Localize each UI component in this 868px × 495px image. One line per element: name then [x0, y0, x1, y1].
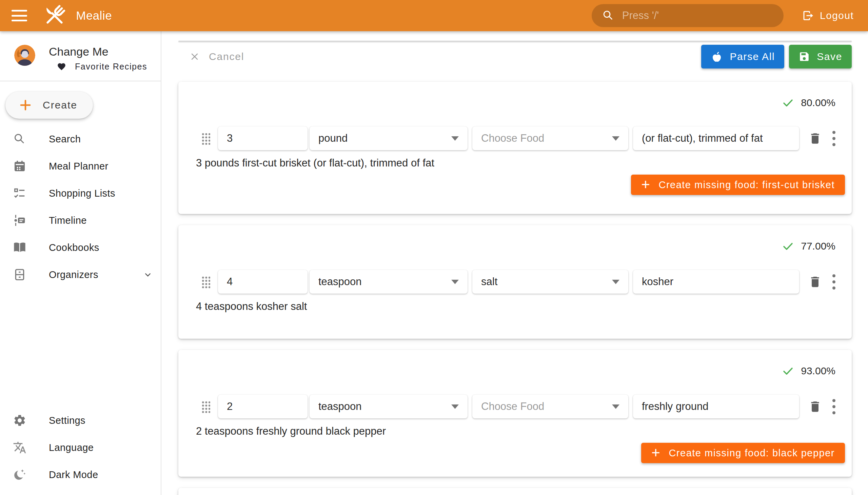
ingredient-fields-row: [197, 395, 837, 419]
original-ingredient-text: 3 pounds first-cut brisket (or flat-cut)…: [196, 157, 434, 169]
main-content: Cancel Parse All Save 80.00%: [161, 31, 868, 495]
original-ingredient-text: 4 teaspoons kosher salt: [196, 301, 307, 312]
sidebar-item-organizers[interactable]: Organizers: [0, 261, 161, 288]
book-icon: [13, 241, 27, 254]
quantity-input[interactable]: [218, 126, 308, 150]
delete-icon[interactable]: [808, 275, 822, 289]
search-placeholder: Press '/': [622, 10, 659, 22]
apple-icon: [711, 51, 723, 63]
sidebar-item-dark-mode[interactable]: Dark Mode: [0, 461, 161, 488]
caret-down-icon: [612, 280, 619, 284]
food-select[interactable]: [472, 395, 628, 419]
sidebar-item-shopping-lists[interactable]: Shopping Lists: [0, 180, 161, 207]
food-select[interactable]: [472, 270, 628, 294]
calendar-icon: [13, 159, 27, 173]
ingredient-card: 93.00% 2 teaspoons freshly ground black …: [178, 350, 852, 477]
save-button[interactable]: Save: [789, 45, 852, 68]
user-block: Change Me Favorite Recipes: [0, 31, 161, 66]
app-title: Mealie: [76, 9, 112, 22]
sidebar-item-label: Timeline: [49, 215, 87, 226]
sidebar-item-label: Dark Mode: [49, 469, 98, 480]
cancel-label: Cancel: [209, 51, 244, 62]
ingredient-card: 80.00% 3 pounds first-cut brisket (or fl…: [178, 82, 852, 214]
more-options-icon[interactable]: [832, 399, 836, 414]
close-icon: [189, 51, 200, 62]
parser-toolbar: Cancel Parse All Save: [178, 45, 852, 69]
sidebar-item-cookbooks[interactable]: Cookbooks: [0, 234, 161, 261]
quantity-input[interactable]: [218, 395, 308, 419]
original-ingredient-text: 2 teaspoons freshly ground black pepper: [196, 425, 386, 437]
ingredient-fields-row: [197, 270, 837, 294]
sidebar-divider: [0, 81, 161, 81]
logout-label: Logout: [820, 10, 854, 21]
moon-icon: [13, 468, 27, 481]
logout-button[interactable]: Logout: [798, 4, 858, 28]
drag-handle-icon[interactable]: [201, 276, 210, 288]
sidebar-item-language[interactable]: Language: [0, 434, 161, 461]
cancel-button[interactable]: Cancel: [187, 51, 246, 63]
note-input[interactable]: [633, 126, 799, 150]
caret-down-icon: [612, 405, 619, 409]
create-button[interactable]: Create: [5, 91, 93, 119]
delete-icon[interactable]: [808, 399, 822, 414]
plus-icon: [18, 98, 33, 112]
parse-all-button[interactable]: Parse All: [701, 45, 784, 68]
search-icon: [602, 9, 615, 22]
confidence-value: 77.00%: [801, 240, 835, 252]
confidence-value: 80.00%: [801, 97, 835, 108]
drag-handle-icon[interactable]: [201, 400, 210, 413]
food-select[interactable]: [472, 126, 628, 150]
quantity-input[interactable]: [218, 270, 308, 294]
cabinet-icon: [13, 268, 27, 281]
menu-icon[interactable]: [12, 10, 27, 21]
note-input[interactable]: [633, 395, 799, 419]
create-missing-food-button[interactable]: + Create missing food: first-cut brisket: [631, 175, 845, 195]
parse-all-label: Parse All: [730, 51, 775, 62]
timeline-icon: [13, 214, 27, 227]
avatar[interactable]: [14, 45, 35, 66]
sidebar: Change Me Favorite Recipes Create Search: [0, 31, 161, 495]
sidebar-item-meal-planner[interactable]: Meal Planner: [0, 153, 161, 180]
unit-select[interactable]: [310, 126, 467, 150]
translate-icon: [13, 441, 27, 454]
chevron-down-icon[interactable]: [142, 269, 153, 280]
search-icon: [13, 132, 27, 146]
content-top-divider: [178, 41, 852, 42]
sidebar-item-settings[interactable]: Settings: [0, 407, 161, 434]
drag-handle-icon[interactable]: [201, 132, 210, 145]
sidebar-item-search[interactable]: Search: [0, 125, 161, 153]
create-missing-food-button[interactable]: + Create missing food: black pepper: [641, 443, 845, 463]
unit-select[interactable]: [310, 395, 467, 419]
confidence-value: 93.00%: [801, 365, 835, 377]
create-missing-food-label: Create missing food: black pepper: [669, 447, 835, 459]
sidebar-item-label: Organizers: [49, 269, 98, 280]
mealie-logo-icon: [41, 2, 68, 29]
search-input[interactable]: Press '/': [592, 4, 784, 27]
heart-icon: [57, 62, 66, 71]
favorite-recipes-link[interactable]: Favorite Recipes: [57, 62, 147, 71]
sidebar-item-timeline[interactable]: Timeline: [0, 207, 161, 234]
check-icon: [782, 365, 794, 377]
ingredient-cards: 80.00% 3 pounds first-cut brisket (or fl…: [178, 82, 852, 495]
confidence-row: 80.00%: [782, 97, 835, 109]
favorites-label: Favorite Recipes: [75, 62, 147, 71]
more-options-icon[interactable]: [832, 274, 836, 290]
sidebar-item-label: Shopping Lists: [49, 188, 115, 199]
caret-down-icon: [451, 136, 459, 141]
save-icon: [799, 51, 810, 62]
caret-down-icon: [451, 280, 459, 284]
sidebar-item-label: Search: [49, 134, 81, 145]
note-input[interactable]: [633, 270, 799, 294]
sidebar-item-label: Settings: [49, 415, 85, 426]
save-label: Save: [817, 51, 842, 62]
delete-icon[interactable]: [808, 131, 822, 146]
logout-icon: [802, 10, 814, 22]
sidebar-nav: Search Meal Planner Shopping Lis: [0, 125, 161, 288]
sidebar-bottom: Settings Language Dark Mode: [0, 407, 161, 495]
ingredient-card-partial: [178, 488, 852, 495]
sidebar-item-label: Language: [49, 442, 93, 453]
more-options-icon[interactable]: [832, 131, 836, 146]
ingredient-card: 77.00% 4 teaspoons kosher salt: [178, 225, 852, 339]
create-label: Create: [43, 99, 77, 111]
unit-select[interactable]: [310, 270, 467, 294]
